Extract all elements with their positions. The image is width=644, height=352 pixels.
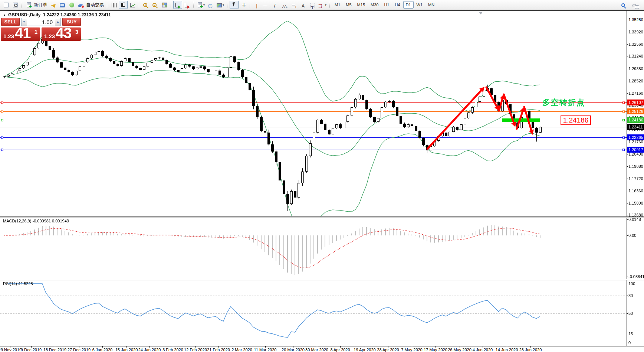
- price-tick-label: 1.33920: [628, 30, 644, 34]
- horizontal-line-button[interactable]: [262, 1, 270, 9]
- macd-pane-canvas[interactable]: [0, 218, 627, 279]
- tile-windows-button[interactable]: [160, 1, 169, 9]
- text-icon: [300, 2, 306, 8]
- new-order-icon: [27, 2, 31, 7]
- auto-trading-button[interactable]: [76, 1, 85, 9]
- chart-shift-button[interactable]: [183, 1, 191, 9]
- text-label-button[interactable]: [308, 1, 317, 9]
- search-button[interactable]: [619, 1, 628, 9]
- signals-button[interactable]: [67, 1, 76, 9]
- bar-chart-button[interactable]: [109, 1, 118, 9]
- volume-input[interactable]: [27, 18, 55, 26]
- dropdown-caret-icon[interactable]: ▾: [325, 3, 326, 7]
- timeframe-w1[interactable]: W1: [414, 1, 426, 9]
- axis-tick: [627, 154, 628, 154]
- candlestick-chart-button[interactable]: [119, 1, 128, 9]
- ask-price-prefix: 1.23: [44, 33, 55, 39]
- date-tick: [265, 346, 266, 348]
- zoom-in-button[interactable]: [141, 1, 150, 9]
- date-tick: [102, 346, 103, 348]
- macd-pane-separator[interactable]: [0, 216, 644, 218]
- date-tick: [79, 346, 79, 348]
- equidistant-channel-button[interactable]: [280, 1, 289, 9]
- timeframe-m30[interactable]: M30: [368, 1, 381, 9]
- period-clock-button[interactable]: [206, 1, 215, 9]
- data-window-button[interactable]: [11, 1, 20, 9]
- price-tick-label: 1.28520: [628, 79, 644, 83]
- arrows-button[interactable]: ▾: [317, 1, 328, 9]
- alerts-button[interactable]: [49, 1, 58, 9]
- new-chart-button[interactable]: ▾: [196, 1, 206, 9]
- price-tick-label: 1.32560: [628, 42, 644, 46]
- toolbar-separator: [193, 1, 195, 9]
- pivot-annotation[interactable]: 多空转折点: [542, 97, 585, 108]
- axis-tick: [627, 93, 628, 94]
- trendline-icon: [272, 2, 278, 8]
- tile-windows-icon: [162, 3, 167, 7]
- macd-tick-label: 0.0148: [628, 217, 644, 222]
- dropdown-caret-icon[interactable]: ▾: [203, 3, 205, 7]
- dropdown-caret-icon[interactable]: ▾: [223, 3, 224, 7]
- cursor-button[interactable]: [230, 1, 239, 9]
- axis-tick: [627, 44, 628, 45]
- date-tick: [293, 346, 293, 348]
- vertical-line-button[interactable]: [252, 1, 261, 9]
- panel-collapse-icon[interactable]: ▲: [3, 13, 6, 17]
- timeframe-m15[interactable]: M15: [355, 1, 368, 9]
- one-click-trading-panel: SELL ▼ ▲ BUY 1.23 41 1 1.23 43 3: [1, 18, 81, 41]
- fibonacci-icon: [291, 2, 297, 8]
- date-tick: [218, 346, 219, 348]
- date-tick: [460, 346, 460, 348]
- timeframe-mn[interactable]: MN: [426, 1, 437, 9]
- axis-tick: [627, 215, 628, 215]
- timeframe-h4[interactable]: H4: [392, 1, 402, 9]
- text-label-icon: [310, 3, 315, 7]
- ask-price-box[interactable]: 1.23 43 3: [42, 27, 81, 41]
- rsi-pane-canvas[interactable]: [0, 280, 627, 346]
- axis-tick: [627, 203, 628, 203]
- bid-price-prefix: 1.23: [3, 33, 14, 39]
- crosshair-button[interactable]: [239, 1, 248, 9]
- chart-window[interactable]: ▲ GBPUSD-,Daily 1.24222 1.24360 1.23136 …: [0, 10, 644, 352]
- date-tick: [55, 346, 55, 348]
- price-tick-label: 1.15000: [628, 201, 644, 205]
- price-tick-label: 1.29880: [628, 66, 644, 71]
- auto-scroll-button[interactable]: [173, 1, 182, 9]
- text-button[interactable]: [299, 1, 308, 9]
- price-tick-label: 1.16360: [628, 189, 644, 193]
- price-chart-canvas[interactable]: [0, 11, 627, 216]
- timeframe-h1[interactable]: H1: [381, 1, 392, 9]
- templates-button[interactable]: ▾: [216, 1, 225, 9]
- publisher-button[interactable]: [58, 1, 67, 9]
- toolbar-separator: [329, 1, 331, 9]
- toolbar-separator: [138, 1, 140, 9]
- chart-shift-icon: [185, 3, 189, 7]
- macd-tick-label: 0.00: [628, 233, 644, 238]
- rsi-tick-label: 50: [628, 311, 644, 316]
- timeframe-d1[interactable]: D1: [403, 1, 414, 9]
- trendline-button[interactable]: [271, 1, 280, 9]
- chart-quote-line: 1.24222 1.24360 1.23136 1.23411: [43, 12, 111, 17]
- bar-chart-icon: [112, 3, 116, 7]
- period-clock-icon: [208, 2, 214, 8]
- date-tick: [317, 346, 317, 348]
- price-tick-label: 1.13680: [628, 213, 644, 217]
- price-box-annotation[interactable]: 1.24186: [561, 115, 591, 125]
- fibonacci-button[interactable]: [289, 1, 298, 9]
- price-tick-label: 1.17720: [628, 176, 644, 181]
- zoom-out-button[interactable]: [151, 1, 160, 9]
- timeframe-m1[interactable]: M1: [332, 1, 343, 9]
- date-tick: [507, 346, 507, 348]
- date-label: 23 Jun 2020: [515, 348, 546, 352]
- line-chart-button[interactable]: [128, 1, 137, 9]
- auto-trading-label: 自动交易: [86, 2, 104, 8]
- market-watch-button[interactable]: [1, 1, 10, 9]
- new-order-button[interactable]: [24, 1, 33, 9]
- chat-button[interactable]: [630, 1, 639, 9]
- date-tick: [365, 346, 365, 348]
- timeframe-m5[interactable]: M5: [343, 1, 354, 9]
- date-tick: [412, 346, 412, 348]
- bid-price-box[interactable]: 1.23 41 1: [1, 27, 40, 41]
- axis-tick: [627, 334, 628, 334]
- rsi-pane-separator[interactable]: [0, 279, 644, 280]
